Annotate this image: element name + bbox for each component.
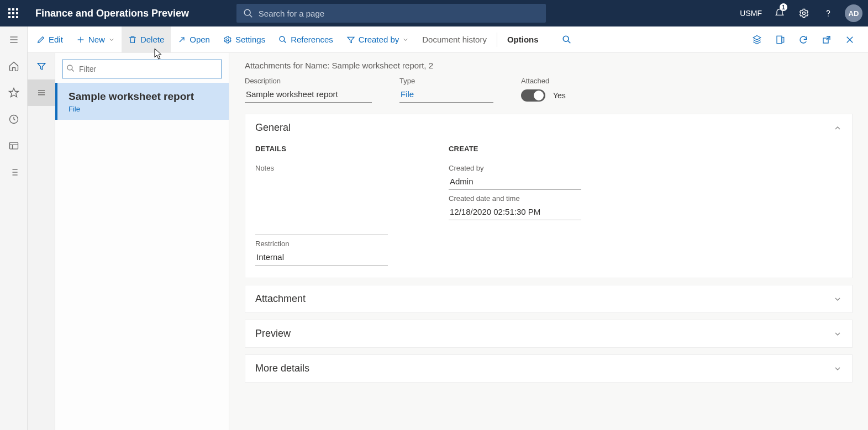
office-button[interactable] <box>770 26 791 53</box>
app-title: Finance and Operations Preview <box>35 8 189 19</box>
summary-fields: Description Sample worksheet report Type… <box>245 77 853 103</box>
delete-button[interactable]: Delete <box>122 26 171 53</box>
svg-rect-28 <box>782 37 784 42</box>
options-label: Options <box>507 35 539 44</box>
separator <box>497 33 497 47</box>
created-by-button[interactable]: Created by <box>340 26 415 53</box>
user-avatar[interactable]: AD <box>845 4 862 22</box>
chevron-down-icon <box>833 330 842 338</box>
view-mode-rail <box>28 53 55 430</box>
company-label[interactable]: USMF <box>740 9 762 18</box>
chevron-down-icon <box>108 36 115 43</box>
global-search-input[interactable] <box>236 4 546 23</box>
attached-field: Attached Yes <box>521 77 566 102</box>
svg-rect-9 <box>9 142 18 149</box>
search-wrap <box>236 4 546 23</box>
more-details-section: More details <box>245 354 853 383</box>
favorites-button[interactable] <box>0 79 28 106</box>
refresh-button[interactable] <box>793 26 814 53</box>
options-button[interactable]: Options <box>501 26 545 53</box>
search-icon <box>278 35 287 44</box>
attach-button[interactable] <box>746 26 767 53</box>
doc-history-label: Document history <box>422 35 487 44</box>
create-column: CREATE Created by Admin Created date and… <box>449 145 581 266</box>
home-button[interactable] <box>0 53 28 79</box>
app-launcher-button[interactable] <box>0 0 27 26</box>
list-item[interactable]: Sample worksheet report File <box>55 83 229 120</box>
open-button[interactable]: Open <box>171 26 217 53</box>
svg-point-22 <box>280 36 285 41</box>
detail-pane: Attachments for Name: Sample worksheet r… <box>229 53 868 430</box>
created-by-label: Created by <box>359 35 399 44</box>
chevron-down-icon <box>833 364 842 373</box>
general-body: DETAILS Notes Restriction Internal CREAT… <box>245 141 852 278</box>
svg-marker-24 <box>348 37 354 43</box>
filter-mode-button[interactable] <box>28 53 55 79</box>
search-icon <box>243 8 253 18</box>
plus-icon <box>76 35 85 44</box>
page-search-button[interactable] <box>556 26 577 53</box>
created-dt-label: Created date and time <box>449 194 581 203</box>
restriction-label: Restriction <box>255 240 388 248</box>
svg-rect-27 <box>777 36 782 44</box>
attached-label: Attached <box>521 77 566 85</box>
created-by-value: Admin <box>449 174 581 190</box>
modules-button[interactable] <box>0 159 28 185</box>
detail-heading: Attachments for Name: Sample worksheet r… <box>245 61 853 70</box>
svg-marker-7 <box>9 88 18 97</box>
created-by-label: Created by <box>449 164 581 172</box>
svg-point-2 <box>802 12 805 15</box>
settings-label: Settings <box>235 35 265 44</box>
references-button[interactable]: References <box>272 26 340 53</box>
type-label: Type <box>399 77 493 85</box>
edit-label: Edit <box>49 35 63 44</box>
filter-wrap <box>62 60 222 78</box>
description-label: Description <box>245 77 372 85</box>
open-arrow-icon <box>177 35 186 44</box>
description-value[interactable]: Sample worksheet report <box>245 87 372 103</box>
notes-input[interactable] <box>255 174 388 235</box>
list-pane: Sample worksheet report File <box>55 53 229 430</box>
open-label: Open <box>190 35 210 44</box>
notifications-button[interactable]: 1 <box>769 0 791 26</box>
workspaces-button[interactable] <box>0 132 28 159</box>
left-rail <box>0 26 28 430</box>
general-section-header[interactable]: General <box>245 114 852 141</box>
help-button[interactable] <box>817 0 839 26</box>
search-icon <box>66 64 75 73</box>
settings-button[interactable] <box>793 0 815 26</box>
svg-line-26 <box>567 40 570 43</box>
list-item-title: Sample worksheet report <box>69 91 220 103</box>
settings-button-bar[interactable]: Settings <box>217 26 272 53</box>
attached-value: Yes <box>553 91 566 100</box>
new-label: New <box>88 35 105 44</box>
filter-input[interactable] <box>62 60 222 78</box>
popout-button[interactable] <box>816 26 837 53</box>
attachment-section-header[interactable]: Attachment <box>245 285 852 312</box>
document-history-button[interactable]: Document history <box>415 26 493 53</box>
preview-section-header[interactable]: Preview <box>245 320 852 347</box>
hamburger-button[interactable] <box>0 26 28 53</box>
attached-toggle[interactable] <box>521 89 545 102</box>
details-heading: DETAILS <box>255 145 388 153</box>
delete-label: Delete <box>140 35 164 44</box>
recent-button[interactable] <box>0 106 28 132</box>
svg-point-21 <box>227 39 229 41</box>
svg-point-25 <box>563 36 569 41</box>
attachment-section: Attachment <box>245 285 853 313</box>
list-mode-button[interactable] <box>28 79 55 106</box>
type-value[interactable]: File <box>399 87 493 103</box>
content-area: Sample worksheet report File Attachments… <box>28 53 868 430</box>
svg-point-37 <box>67 65 72 70</box>
edit-button[interactable]: Edit <box>30 26 70 53</box>
preview-title: Preview <box>255 328 291 339</box>
svg-point-3 <box>828 15 829 17</box>
more-details-section-header[interactable]: More details <box>245 355 852 382</box>
svg-line-38 <box>72 70 74 72</box>
new-button[interactable]: New <box>70 26 122 53</box>
svg-line-20 <box>180 38 184 42</box>
type-field: Type File <box>399 77 493 103</box>
create-heading: CREATE <box>449 145 581 153</box>
close-button[interactable] <box>839 26 860 53</box>
restriction-value[interactable]: Internal <box>255 250 388 266</box>
